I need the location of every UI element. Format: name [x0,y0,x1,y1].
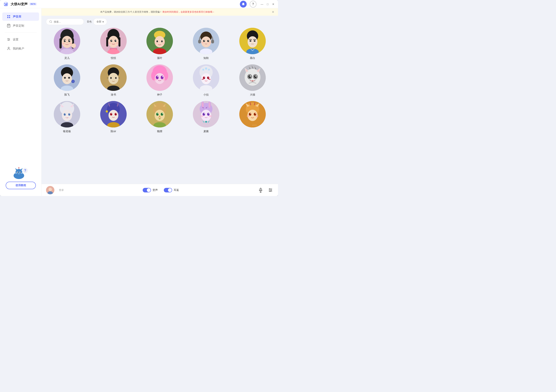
svg-point-202 [158,113,158,114]
svg-point-18 [15,169,22,176]
svg-point-97 [62,73,72,84]
voice-card-da[interactable]: 大猫 [232,64,273,96]
voice-avatar-chen: GERZ [54,64,80,91]
help-button[interactable]: ? [250,1,256,8]
voice-name-chen: 陈飞 [64,93,70,96]
sidebar-item-voice-custom[interactable]: 声音定制 [2,22,39,30]
minimize-button[interactable]: — [260,2,264,6]
settings-icon [7,38,11,41]
svg-point-54 [110,40,112,42]
svg-rect-5 [7,15,8,16]
ear-return-label: 耳返 [174,188,179,192]
sidebar-item-voice-library[interactable]: 声音库 [2,12,39,21]
voice-avatar-mu [239,28,266,54]
svg-point-181 [106,110,108,113]
mascot-cat: ? [12,167,29,179]
voice-change-toggle[interactable] [143,188,151,192]
content-area: 本产品免费，请勿轻信第三方/个人冒充官方销售，谨防受骗！ 剩余时间到期后，会刷新… [41,8,278,196]
svg-point-82 [204,40,205,41]
svg-point-42 [65,40,65,41]
svg-point-83 [208,40,209,41]
svg-point-41 [68,40,70,42]
svg-point-69 [154,36,165,47]
voice-card-xiao[interactable]: 小拉 [185,64,227,96]
voice-avatar-mai [193,101,219,127]
svg-point-133 [205,67,207,70]
ear-return-toggle[interactable] [164,188,172,192]
beta-badge: BETA [30,3,37,6]
voice-card-mai[interactable]: 麦酱 [185,101,227,133]
filter-label: 音色 [87,20,92,24]
svg-rect-51 [106,37,108,47]
svg-point-223 [209,115,212,117]
svg-point-55 [115,40,116,42]
sidebar-item-settings[interactable]: 设置 [2,35,39,44]
toolbar: 音色 全部 ▾ [41,16,278,28]
svg-rect-246 [260,188,261,190]
svg-point-132 [202,69,204,71]
filter-section: 音色 全部 ▾ [87,18,107,25]
equalizer-button[interactable] [267,187,273,193]
microphone-button[interactable] [258,187,264,193]
svg-point-79 [201,36,211,47]
voice-card-ling[interactable]: 灵儿 [46,28,88,60]
close-button[interactable]: ✕ [272,2,275,6]
notification-button[interactable] [240,1,247,8]
svg-point-176 [69,114,70,114]
svg-point-140 [204,77,205,78]
svg-rect-52 [118,37,120,47]
svg-point-157 [255,76,256,77]
voice-card-zhi[interactable]: 知秋 [185,28,227,60]
voice-card-chen[interactable]: GERZ 陈飞 [46,64,88,96]
svg-point-175 [65,114,65,114]
voice-grid: 灵儿 [41,28,278,184]
svg-point-128 [154,78,157,80]
svg-point-24 [20,172,21,172]
voice-card-luo[interactable]: 落叶 [139,28,181,60]
svg-rect-3 [7,3,7,6]
ear-return-toggle-group: 耳返 [164,188,179,192]
voice-card-yin[interactable]: 银老板 [46,101,88,133]
sidebar-item-account[interactable]: 我的账户 [2,44,39,53]
voice-change-label: 变声 [153,188,158,192]
voice-avatar-last: ahhhhfs [239,101,266,127]
filter-dropdown[interactable]: 全部 ▾ [93,18,107,25]
svg-point-56 [111,40,112,41]
search-input[interactable] [54,20,80,23]
sidebar-bottom: ? 使用教程 [0,164,41,192]
voice-custom-label: 声音定制 [13,24,24,28]
help-icon: ? [252,2,254,6]
voice-card-last[interactable]: ahhhhfs [232,101,273,133]
svg-point-155 [254,75,257,78]
voice-avatar-zhu [147,101,173,127]
maximize-button[interactable]: □ [266,2,269,6]
svg-point-135 [201,73,211,84]
voice-avatar-tong [100,28,127,54]
voice-card-shen[interactable]: 神子 [139,64,181,96]
svg-point-71 [161,40,163,42]
tutorial-button[interactable]: 使用教程 [6,182,36,189]
svg-point-90 [249,40,251,42]
svg-rect-6 [9,15,10,16]
voice-card-tong[interactable]: 恬恬 [93,28,134,60]
notice-close-button[interactable]: ✕ [272,10,274,14]
svg-point-80 [203,40,205,42]
voice-name-shen: 神子 [157,93,162,96]
voice-card-mu[interactable]: 慕白 [232,28,273,60]
voice-avatar-xiao [193,64,219,91]
voice-avatar-chensir [100,101,127,127]
svg-point-111 [108,73,118,84]
voice-card-luo2[interactable]: 洛书 [93,64,134,96]
title-bar-left: 大饼AI变声 BETA [3,1,37,7]
voice-avatar-zhi [193,28,219,54]
user-avatar[interactable] [46,186,54,194]
bag-icon [7,24,11,28]
svg-point-73 [154,43,157,44]
svg-point-212 [208,102,210,108]
voice-card-chensir[interactable]: 陈sir [93,101,134,133]
svg-point-241 [255,115,258,117]
notice-normal: 本产品免费，请勿轻信第三方/个人冒充官方销售，谨防受骗！ [100,11,162,13]
voice-card-zhu[interactable]: 狍狸 [139,101,181,133]
svg-point-46 [69,43,72,44]
header-icons: ? [240,1,256,8]
